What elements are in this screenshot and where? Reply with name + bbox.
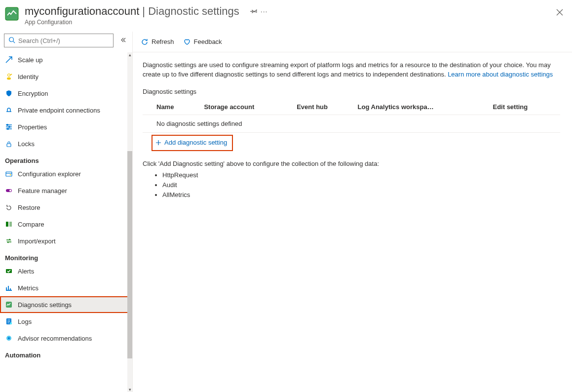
collapse-nav-icon[interactable] [117, 35, 128, 47]
search-icon [8, 37, 15, 45]
sidebar-item-label: Scale up [18, 56, 43, 64]
sidebar-item-label: Metrics [18, 284, 38, 292]
metrics-icon [5, 284, 13, 292]
sidebar-item-label: Configuration explorer [18, 170, 81, 178]
more-icon[interactable]: ··· [261, 7, 268, 15]
sidebar-item-label: Locks [18, 140, 35, 148]
feedback-button[interactable]: Feedback [183, 38, 222, 46]
encryption-icon [5, 89, 13, 97]
diag-icon [5, 301, 13, 309]
sidebar-item-advisor[interactable]: Advisor recommendations [0, 330, 132, 347]
sidebar-item-identity[interactable]: Identity [0, 68, 132, 85]
alerts-icon [5, 267, 13, 275]
col-eventhub: Event hub [297, 99, 357, 115]
data-types-list: HttpRequestAuditAllMetrics [162, 170, 560, 200]
import-export-icon [5, 237, 13, 245]
sidebar-item-metrics[interactable]: Metrics [0, 279, 132, 296]
restore-icon [5, 203, 13, 211]
refresh-button[interactable]: Refresh [141, 38, 174, 46]
sidebar-item-feature-manager[interactable]: Feature manager [0, 182, 132, 199]
col-name: Name [143, 99, 204, 115]
heart-icon [183, 38, 191, 46]
svg-point-5 [7, 124, 8, 126]
sidebar-item-diag[interactable]: Diagnostic settings [0, 296, 132, 313]
col-edit: Edit setting [493, 99, 560, 115]
sidebar-item-compare[interactable]: Compare [0, 216, 132, 233]
sidebar-item-label: Compare [18, 221, 44, 228]
diagnostic-settings-table: Name Storage account Event hub Log Analy… [143, 99, 560, 133]
datatype-item: Audit [162, 180, 560, 190]
resource-type-icon [5, 7, 19, 21]
svg-rect-8 [7, 144, 11, 147]
sidebar-item-import-export[interactable]: Import/export [0, 233, 132, 249]
learn-more-link[interactable]: Learn more about diagnostic settings [448, 71, 553, 78]
svg-point-12 [9, 190, 11, 192]
sidebar-item-restore[interactable]: Restore [0, 199, 132, 216]
sidebar-item-scale-up[interactable]: Scale up [0, 51, 132, 68]
add-diagnostic-label: Add diagnostic setting [164, 139, 227, 146]
svg-rect-13 [6, 222, 8, 227]
plus-icon [155, 140, 161, 146]
search-input-wrapper[interactable] [4, 34, 114, 47]
sidebar-item-label: Restore [18, 204, 40, 211]
svg-rect-14 [9, 222, 12, 227]
sidebar-item-locks[interactable]: Locks [0, 135, 132, 152]
datatype-item: HttpRequest [162, 170, 560, 180]
sidebar-scrollbar[interactable]: ▴ ▾ [127, 52, 132, 392]
nav-section-operations: Operations [0, 152, 132, 165]
search-input[interactable] [18, 37, 109, 44]
svg-point-18 [10, 322, 12, 324]
sidebar-item-label: Identity [18, 73, 38, 80]
feature-manager-icon [5, 187, 13, 195]
svg-point-2 [9, 37, 14, 41]
svg-point-6 [9, 126, 10, 128]
scroll-thumb[interactable] [127, 151, 132, 358]
scroll-up-arrow[interactable]: ▴ [127, 52, 132, 57]
sidebar-item-label: Alerts [18, 268, 34, 275]
sidebar-item-label: Logs [18, 318, 32, 325]
svg-point-10 [10, 174, 11, 175]
sidebar-item-label: Import/export [18, 237, 56, 245]
sidebar-item-label: Advisor recommendations [18, 335, 92, 342]
properties-icon [5, 123, 13, 131]
svg-point-4 [7, 78, 11, 80]
description-text: Diagnostic settings are used to configur… [143, 60, 560, 79]
svg-rect-0 [5, 7, 18, 20]
refresh-label: Refresh [152, 38, 174, 45]
sidebar-item-label: Properties [18, 123, 47, 131]
sidebar-item-label: Feature manager [18, 187, 67, 195]
scroll-down-arrow[interactable]: ▾ [127, 387, 132, 392]
nav-section-automation: Automation [0, 347, 132, 360]
sidebar-item-config-explorer[interactable]: Configuration explorer [0, 165, 132, 182]
scale-up-icon [5, 56, 13, 64]
add-diagnostic-setting-button[interactable]: Add diagnostic setting [155, 139, 227, 146]
col-storage: Storage account [204, 99, 297, 115]
datatype-item: AllMetrics [162, 190, 560, 200]
instruction-text: Click 'Add Diagnostic setting' above to … [143, 160, 560, 167]
resource-type-label: App Configuration [25, 19, 556, 26]
compare-icon [5, 220, 13, 228]
sidebar-item-encryption[interactable]: Encryption [0, 85, 132, 102]
close-icon[interactable] [556, 8, 563, 18]
diagnostic-settings-heading: Diagnostic settings [143, 88, 560, 95]
page-title: myconfigurationaccount | Diagnostic sett… [25, 5, 556, 18]
svg-point-20 [8, 337, 10, 339]
empty-state-row: No diagnostic settings defined [143, 115, 560, 133]
svg-point-7 [7, 128, 9, 130]
refresh-icon [141, 38, 149, 46]
logs-icon [5, 317, 13, 325]
sidebar-item-label: Diagnostic settings [18, 301, 72, 309]
sidebar-item-properties[interactable]: Properties [0, 118, 132, 135]
svg-rect-9 [6, 172, 12, 176]
locks-icon [5, 140, 13, 148]
nav-section-monitoring: Monitoring [0, 249, 132, 263]
sidebar-item-label: Encryption [18, 90, 48, 97]
sidebar-item-logs[interactable]: Logs [0, 313, 132, 330]
pin-icon[interactable] [250, 5, 258, 18]
svg-point-3 [8, 74, 10, 77]
sidebar-item-private-endpoint[interactable]: Private endpoint connections [0, 102, 132, 118]
col-law: Log Analytics workspa… [358, 99, 493, 115]
advisor-icon [5, 334, 13, 342]
sidebar-item-label: Private endpoint connections [18, 107, 100, 114]
sidebar-item-alerts[interactable]: Alerts [0, 263, 132, 279]
